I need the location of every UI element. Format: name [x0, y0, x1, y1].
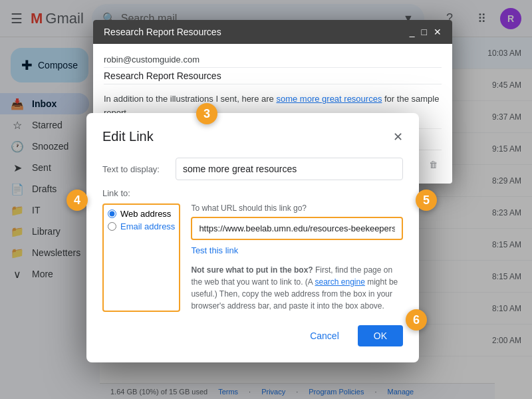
help-text-bold: Not sure what to put in the box? [191, 265, 313, 275]
callout-6: 6 [406, 309, 427, 331]
text-to-display-label: Text to display: [102, 164, 176, 174]
callout-5-label: 5 [423, 194, 430, 207]
link-to-label: Link to: [102, 188, 403, 198]
edit-link-modal: Edit Link ✕ Text to display: Link to: We… [86, 113, 419, 362]
ok-button[interactable]: OK [358, 325, 403, 346]
from-address: robin@customguide.com [104, 55, 200, 65]
email-address-label: Email address [120, 221, 175, 231]
email-address-radio[interactable] [108, 222, 116, 231]
subject-text: Research Report Resources [104, 70, 221, 81]
email-address-option[interactable]: Email address [108, 221, 175, 231]
close-button[interactable]: ✕ [434, 27, 442, 37]
web-address-option[interactable]: Web address [108, 209, 175, 219]
body-prefix: In addition to the illustrations I sent,… [104, 94, 276, 104]
minimize-button[interactable]: _ [410, 27, 415, 37]
test-link[interactable]: Test this link [191, 245, 238, 255]
edit-link-heading: Edit Link [102, 129, 154, 144]
research-modal-header: Research Report Resources _ □ ✕ [93, 20, 452, 44]
help-text: Not sure what to put in the box? First, … [191, 264, 403, 312]
maximize-button[interactable]: □ [422, 27, 427, 37]
callout-5: 5 [416, 190, 437, 211]
web-address-radio[interactable] [108, 209, 116, 218]
link-to-section: Link to: Web address Email address To wh… [102, 188, 403, 312]
search-engine-link[interactable]: search engine [315, 277, 364, 287]
url-section: To what URL should this link go? Test th… [180, 203, 403, 312]
research-modal-title: Research Report Resources [104, 27, 221, 37]
research-modal-controls: _ □ ✕ [410, 27, 442, 37]
edit-link-title: Edit Link ✕ [102, 129, 403, 144]
delete-icon[interactable]: 🗑 [425, 158, 442, 172]
callout-6-label: 6 [413, 313, 420, 327]
callout-3-label: 3 [203, 107, 210, 121]
email-subject-field: Research Report Resources [104, 68, 442, 84]
url-question: To what URL should this link go? [191, 203, 403, 213]
web-address-label: Web address [120, 209, 171, 219]
cancel-button[interactable]: Cancel [299, 325, 350, 346]
callout-3: 3 [196, 103, 217, 124]
text-to-display-row: Text to display: [102, 158, 403, 180]
url-input[interactable] [191, 217, 403, 240]
link-options: Web address Email address [102, 203, 180, 312]
email-from-field: robin@customguide.com [104, 52, 442, 68]
callout-4: 4 [66, 190, 88, 211]
callout-4-label: 4 [74, 194, 80, 207]
link-to-content: Web address Email address To what URL sh… [102, 203, 403, 312]
modal-footer: Cancel OK [102, 325, 403, 346]
email-link[interactable]: some more great resources [276, 94, 382, 104]
text-to-display-input[interactable] [176, 158, 403, 180]
edit-link-close-button[interactable]: ✕ [393, 130, 403, 144]
